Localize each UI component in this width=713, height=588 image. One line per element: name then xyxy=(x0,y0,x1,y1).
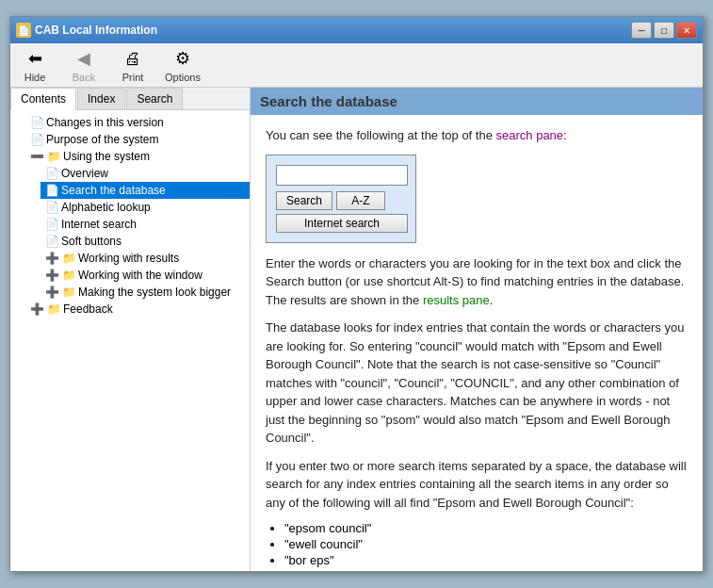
page-icon: 📄 xyxy=(44,166,59,181)
tree-item-search-db[interactable]: 📄 Search the database xyxy=(41,182,250,199)
tree-item-internet[interactable]: 📄 Internet search xyxy=(41,216,250,233)
tab-contents[interactable]: Contents xyxy=(10,88,76,110)
window-title: CAB Local Information xyxy=(35,24,627,37)
maximize-button[interactable]: □ xyxy=(654,22,674,39)
tree-label: Changes in this version xyxy=(46,116,164,129)
list-item: "bor eps" xyxy=(284,553,688,567)
az-button-demo[interactable]: A-Z xyxy=(336,191,385,210)
tab-index[interactable]: Index xyxy=(77,88,125,109)
tree-label: Soft buttons xyxy=(61,235,122,248)
results-pane-link[interactable]: results pane xyxy=(423,293,490,307)
tree-label: Making the system look bigger xyxy=(78,286,231,299)
list-item: "som ell" xyxy=(284,569,688,571)
page-icon: 📄 xyxy=(44,183,59,198)
tree-area[interactable]: 📄 Changes in this version 📄 Purpose of t… xyxy=(10,110,250,571)
tree-label: Internet search xyxy=(61,218,137,231)
tree-item-alpha[interactable]: 📄 Alphabetic lookup xyxy=(41,199,250,216)
hide-icon: ⬅ xyxy=(24,47,46,70)
right-panel: Search the database You can see the foll… xyxy=(251,88,703,571)
title-bar: 📄 CAB Local Information ─ □ ✕ xyxy=(10,17,703,43)
tree-item-overview[interactable]: 📄 Overview xyxy=(41,165,250,182)
back-icon: ◀ xyxy=(73,47,95,70)
intro-text: You can see the following at the top of … xyxy=(266,128,496,142)
main-area: Contents Index Search 📄 Changes in this … xyxy=(10,88,703,571)
tree-item-feedback[interactable]: ➕ 📁 Feedback xyxy=(25,301,250,318)
page-icon: 📄 xyxy=(29,115,44,130)
page-icon: 📄 xyxy=(29,132,44,147)
folder-icon: 📁 xyxy=(61,251,76,266)
folder-icon: 📁 xyxy=(61,268,76,283)
bullet-list: "epsom council""ewell council""bor eps""… xyxy=(284,521,688,571)
search-input-demo[interactable] xyxy=(276,165,408,186)
back-label: Back xyxy=(73,72,95,83)
window-icon: 📄 xyxy=(16,23,31,38)
tree-item-making-bigger[interactable]: ➕ 📁 Making the system look bigger xyxy=(41,284,250,301)
tree-item-using[interactable]: ➖ 📁 Using the system xyxy=(25,148,250,165)
expand-icon: ➕ xyxy=(29,302,44,317)
folder-icon: 📁 xyxy=(46,149,61,164)
tree-label: Feedback xyxy=(63,302,113,316)
tree-item-working-window[interactable]: ➕ 📁 Working with the window xyxy=(41,267,250,284)
search-pane-link[interactable]: search pane xyxy=(496,128,564,142)
page-icon: 📄 xyxy=(44,200,59,215)
folder-icon: 📁 xyxy=(61,285,76,300)
print-button[interactable]: 🖨 Print xyxy=(116,47,150,83)
options-label: Options xyxy=(165,72,201,83)
content-header: Search the database xyxy=(251,88,703,115)
list-item: "epsom council" xyxy=(284,521,688,535)
tree-label: Overview xyxy=(61,167,108,180)
left-panel: Contents Index Search 📄 Changes in this … xyxy=(10,88,251,571)
search-box-demo: Search A-Z Internet search xyxy=(266,155,416,243)
close-button[interactable]: ✕ xyxy=(676,22,697,39)
options-icon: ⚙ xyxy=(171,47,194,70)
tab-search[interactable]: Search xyxy=(126,88,183,109)
para1: Enter the words or characters you are lo… xyxy=(266,254,688,310)
intro-end: : xyxy=(563,128,567,142)
hide-button[interactable]: ⬅ Hide xyxy=(18,47,52,83)
tree-item-purpose[interactable]: 📄 Purpose of the system xyxy=(25,131,250,148)
tree-item-changes[interactable]: 📄 Changes in this version xyxy=(25,114,250,131)
para3: If you enter two or more search items se… xyxy=(266,457,688,513)
print-icon: 🖨 xyxy=(122,47,144,70)
options-button[interactable]: ⚙ Options xyxy=(165,47,201,83)
title-bar-buttons: ─ □ ✕ xyxy=(631,22,697,39)
tree-label: Alphabetic lookup xyxy=(61,201,151,214)
para2: The database looks for index entries tha… xyxy=(266,318,688,448)
search-buttons-row: Search A-Z xyxy=(276,191,406,210)
page-icon: 📄 xyxy=(44,234,59,249)
back-button[interactable]: ◀ Back xyxy=(67,47,101,83)
tabs-bar: Contents Index Search xyxy=(10,88,250,110)
minimize-button[interactable]: ─ xyxy=(631,22,652,39)
content-area[interactable]: Search the database You can see the foll… xyxy=(251,88,703,571)
tree-label: Working with results xyxy=(78,252,179,265)
tree-label: Using the system xyxy=(63,150,150,163)
tree-label: Search the database xyxy=(61,184,166,197)
expand-icon: ➖ xyxy=(29,149,44,164)
intro-paragraph: You can see the following at the top of … xyxy=(266,126,688,145)
folder-icon: 📁 xyxy=(46,302,61,317)
list-item: "ewell council" xyxy=(284,537,688,551)
expand-icon: ➕ xyxy=(44,251,59,266)
expand-icon: ➕ xyxy=(44,285,59,300)
tree-label: Working with the window xyxy=(78,269,203,282)
hide-label: Hide xyxy=(24,72,46,83)
toolbar: ⬅ Hide ◀ Back 🖨 Print ⚙ Options xyxy=(10,43,703,88)
search-button-demo[interactable]: Search xyxy=(276,191,332,210)
page-icon: 📄 xyxy=(44,217,59,232)
para1-end: . xyxy=(490,293,494,307)
internet-search-button-demo[interactable]: Internet search xyxy=(276,214,408,233)
tree-item-working-results[interactable]: ➕ 📁 Working with results xyxy=(41,250,250,267)
tree-item-soft-btns[interactable]: 📄 Soft buttons xyxy=(41,233,250,250)
print-label: Print xyxy=(122,72,144,83)
main-window: 📄 CAB Local Information ─ □ ✕ ⬅ Hide ◀ B… xyxy=(9,16,704,572)
tree-label: Purpose of the system xyxy=(46,133,158,146)
expand-icon: ➕ xyxy=(44,268,59,283)
